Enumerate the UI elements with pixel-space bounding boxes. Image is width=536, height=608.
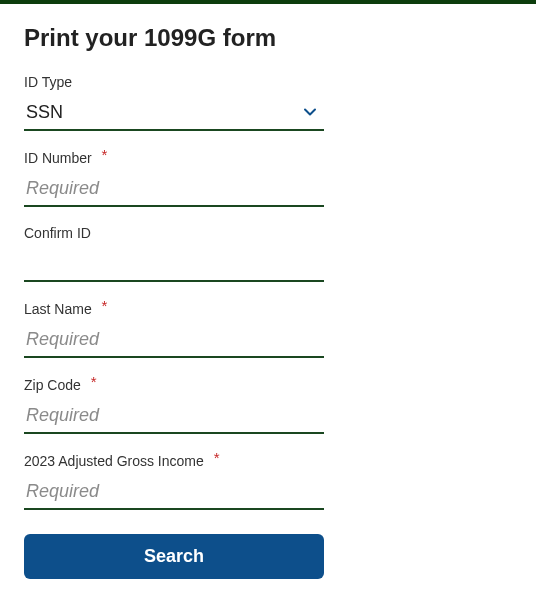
required-mark: * <box>102 297 108 314</box>
id-type-select-wrap[interactable]: SSN <box>24 98 324 131</box>
id-number-input[interactable] <box>24 174 324 207</box>
search-button[interactable]: Search <box>24 534 324 579</box>
page-title: Print your 1099G form <box>24 24 512 52</box>
required-mark: * <box>91 373 97 390</box>
zip-code-input[interactable] <box>24 401 324 434</box>
last-name-input[interactable] <box>24 325 324 358</box>
required-mark: * <box>102 146 108 163</box>
label-last-name-text: Last Name <box>24 301 92 317</box>
confirm-id-input[interactable] <box>24 249 324 282</box>
label-agi-text: 2023 Adjusted Gross Income <box>24 453 204 469</box>
agi-input[interactable] <box>24 477 324 510</box>
label-last-name: Last Name * <box>24 300 324 317</box>
field-id-number: ID Number * <box>24 149 324 207</box>
field-id-type: ID Type SSN <box>24 74 324 131</box>
label-id-type: ID Type <box>24 74 324 90</box>
label-agi: 2023 Adjusted Gross Income * <box>24 452 324 469</box>
field-zip-code: Zip Code * <box>24 376 324 434</box>
label-zip-code: Zip Code * <box>24 376 324 393</box>
field-agi: 2023 Adjusted Gross Income * <box>24 452 324 510</box>
label-id-number-text: ID Number <box>24 150 92 166</box>
field-last-name: Last Name * <box>24 300 324 358</box>
label-id-number: ID Number * <box>24 149 324 166</box>
label-confirm-id: Confirm ID <box>24 225 324 241</box>
field-confirm-id: Confirm ID <box>24 225 324 282</box>
label-zip-code-text: Zip Code <box>24 377 81 393</box>
id-type-select[interactable]: SSN <box>24 98 324 131</box>
required-mark: * <box>214 449 220 466</box>
